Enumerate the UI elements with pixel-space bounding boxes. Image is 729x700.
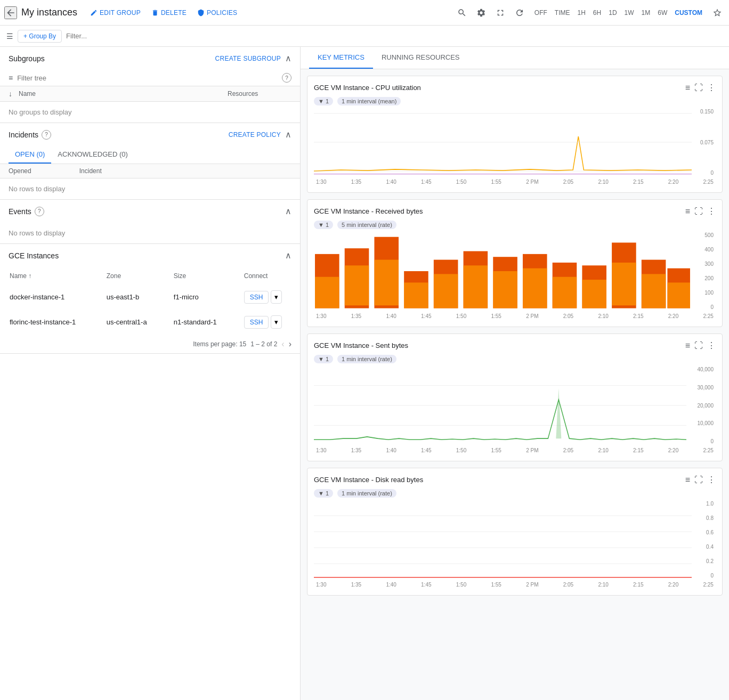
col-name-header[interactable]: Name ↑ (1, 268, 97, 284)
filter-tree-input[interactable] (17, 74, 278, 82)
events-collapse-icon[interactable]: ∧ (285, 206, 291, 216)
next-page-button[interactable]: › (289, 339, 291, 349)
disk-chart-more-icon[interactable]: ⋮ (707, 475, 716, 485)
nav-actions: EDIT GROUP DELETE POLICIES (86, 7, 241, 19)
incidents-tabs: OPEN (0) ACKNOWLEDGED (0) (0, 146, 300, 164)
recv-chart-list-icon[interactable]: ≡ (685, 207, 690, 216)
subgroups-no-data: No groups to display (0, 102, 300, 123)
svg-rect-18 (523, 268, 547, 308)
events-header[interactable]: Events ? ∧ (0, 200, 300, 223)
star-icon[interactable] (710, 5, 725, 20)
ssh-button-1[interactable]: SSH (244, 291, 269, 304)
recv-interval-chip: 5 min interval (rate) (337, 221, 396, 229)
time-1w-button[interactable]: 1W (621, 8, 637, 18)
back-button[interactable] (4, 6, 17, 19)
disk-filter-chip[interactable]: ▼ 1 (314, 489, 333, 498)
delete-button[interactable]: DELETE (147, 7, 191, 19)
incidents-section: Incidents ? CREATE POLICY ∧ OPEN (0) ACK… (0, 123, 300, 200)
instance-connect-2: SSH ▾ (236, 310, 299, 334)
time-1d-button[interactable]: 1D (605, 8, 620, 18)
table-row: docker-instance-1 us-east1-b f1-micro SS… (1, 285, 299, 309)
right-panel: KEY METRICS RUNNING RESOURCES GCE VM Ins… (301, 47, 729, 700)
filter-input[interactable] (66, 32, 130, 40)
sent-filter-chip[interactable]: ▼ 1 (314, 355, 333, 363)
metric-tab-running-resources[interactable]: RUNNING RESOURCES (373, 47, 468, 69)
subgroups-header[interactable]: Subgroups CREATE SUBGROUP ∧ (0, 47, 300, 70)
gce-instances-collapse-icon[interactable]: ∧ (285, 250, 291, 261)
search-icon[interactable] (455, 5, 469, 20)
menu-icon[interactable]: ☰ (6, 32, 13, 40)
events-no-data: No rows to display (0, 223, 300, 243)
chart-list-icon[interactable]: ≡ (685, 83, 690, 93)
chart-more-icon[interactable]: ⋮ (707, 83, 716, 93)
create-subgroup-link[interactable]: CREATE SUBGROUP (215, 55, 281, 62)
recv-chart-more-icon[interactable]: ⋮ (707, 206, 716, 216)
gce-instances-header[interactable]: GCE Instances ∧ (0, 244, 300, 267)
instance-connect-1: SSH ▾ (236, 285, 299, 309)
svg-rect-6 (345, 265, 369, 305)
sent-chart-more-icon[interactable]: ⋮ (707, 340, 716, 351)
table-row: florinc-test-instance-1 us-central1-a n1… (1, 310, 299, 334)
ssh-button-2[interactable]: SSH (244, 316, 269, 329)
policies-button[interactable]: POLICIES (193, 7, 241, 19)
help-icon[interactable]: ? (282, 73, 291, 83)
sent-bytes-chart-card: GCE VM Instance - Sent bytes ≡ ⛶ ⋮ ▼ 1 1… (307, 333, 723, 461)
incidents-help-icon[interactable]: ? (42, 130, 51, 140)
gce-instances-title: GCE Instances (9, 251, 59, 260)
prev-page-button[interactable]: ‹ (281, 339, 284, 349)
group-by-button[interactable]: + Group By (18, 30, 62, 43)
svg-rect-10 (404, 282, 428, 308)
items-per-page: Items per page: 15 (193, 340, 246, 348)
events-help-icon[interactable]: ? (35, 207, 44, 216)
events-title: Events ? (9, 207, 44, 216)
time-custom-button[interactable]: CUSTOM (671, 8, 706, 18)
col-connect-header: Connect (236, 268, 299, 284)
top-nav: My instances EDIT GROUP DELETE POLICIES (0, 0, 729, 26)
create-policy-link[interactable]: CREATE POLICY (229, 131, 281, 139)
incidents-tab-acknowledged[interactable]: ACKNOWLEDGED (0) (51, 146, 134, 164)
ssh-dropdown-2[interactable]: ▾ (271, 315, 282, 329)
svg-rect-20 (553, 277, 577, 308)
sort-icon[interactable]: ↓ (9, 89, 12, 98)
filter-icon: ≡ (9, 74, 13, 82)
sent-chart-list-icon[interactable]: ≡ (685, 341, 690, 351)
tree-header: ↓ Name Resources (0, 86, 300, 102)
edit-group-button[interactable]: EDIT GROUP (86, 7, 145, 19)
settings-icon[interactable] (474, 5, 489, 20)
instances-table-body: docker-instance-1 us-east1-b f1-micro SS… (1, 285, 299, 334)
subgroups-section: Subgroups CREATE SUBGROUP ∧ ≡ ? ↓ Name R… (0, 47, 300, 123)
main-layout: Subgroups CREATE SUBGROUP ∧ ≡ ? ↓ Name R… (0, 47, 729, 700)
disk-chart-list-icon[interactable]: ≡ (685, 475, 690, 485)
incidents-no-data: No rows to display (0, 178, 300, 199)
gce-instances-section: GCE Instances ∧ Name ↑ Zone Size Connect… (0, 244, 300, 354)
sent-chart-expand-icon[interactable]: ⛶ (694, 341, 703, 351)
recv-chart-expand-icon[interactable]: ⛶ (694, 207, 703, 216)
events-section: Events ? ∧ No rows to display (0, 200, 300, 244)
time-1h-button[interactable]: 1H (574, 8, 589, 18)
refresh-icon[interactable] (512, 5, 527, 20)
svg-rect-8 (374, 260, 399, 306)
fullscreen-icon[interactable] (493, 5, 508, 20)
ssh-dropdown-1[interactable]: ▾ (271, 290, 282, 304)
svg-rect-24 (612, 263, 636, 305)
disk-chart-expand-icon[interactable]: ⛶ (694, 475, 703, 485)
svg-rect-26 (642, 274, 666, 308)
time-off-button[interactable]: OFF (531, 8, 550, 18)
incidents-collapse-icon[interactable]: ∧ (285, 129, 291, 140)
metric-tab-key-metrics[interactable]: KEY METRICS (309, 47, 373, 69)
received-bytes-chart-card: GCE VM Instance - Received bytes ≡ ⛶ ⋮ ▼… (307, 199, 723, 327)
cpu-filter-chip[interactable]: ▼ 1 (314, 97, 333, 105)
recv-filter-chip[interactable]: ▼ 1 (314, 221, 333, 229)
sent-interval-chip: 1 min interval (rate) (337, 355, 396, 363)
disk-read-chart (314, 500, 716, 580)
instance-size-1: f1-micro (165, 285, 234, 309)
cpu-chart-title: GCE VM Instance - CPU utilization (314, 84, 421, 92)
incidents-header[interactable]: Incidents ? CREATE POLICY ∧ (0, 123, 300, 146)
incidents-tab-open[interactable]: OPEN (0) (9, 146, 51, 164)
time-6w-button[interactable]: 6W (654, 8, 670, 18)
cpu-chart-card: GCE VM Instance - CPU utilization ≡ ⛶ ⋮ … (307, 76, 723, 193)
time-1m-button[interactable]: 1M (638, 8, 654, 18)
time-6h-button[interactable]: 6H (590, 8, 604, 18)
subgroups-collapse-icon[interactable]: ∧ (285, 53, 291, 63)
chart-expand-icon[interactable]: ⛶ (694, 83, 703, 93)
